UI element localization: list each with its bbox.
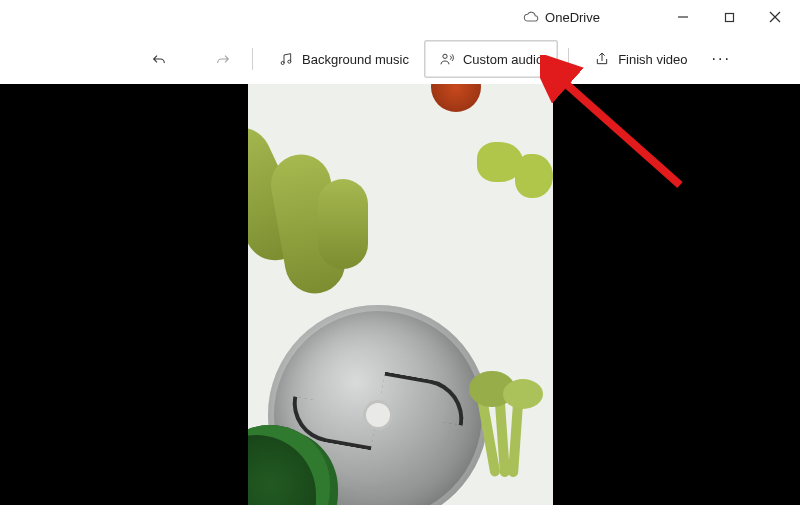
undo-button[interactable] bbox=[140, 40, 178, 78]
onedrive-indicator[interactable]: OneDrive bbox=[523, 9, 600, 25]
maximize-icon bbox=[724, 12, 735, 23]
close-icon bbox=[769, 11, 781, 23]
onedrive-label: OneDrive bbox=[545, 10, 600, 25]
cloud-icon bbox=[523, 9, 539, 25]
ellipsis-icon: ··· bbox=[712, 50, 731, 68]
window-controls bbox=[660, 0, 798, 34]
redo-button[interactable] bbox=[204, 40, 242, 78]
separator bbox=[568, 48, 569, 70]
background-music-label: Background music bbox=[302, 52, 409, 67]
svg-point-4 bbox=[281, 61, 284, 64]
background-music-button[interactable]: Background music bbox=[263, 40, 424, 78]
custom-audio-button[interactable]: Custom audio bbox=[424, 40, 558, 78]
svg-rect-1 bbox=[725, 13, 733, 21]
svg-point-5 bbox=[288, 60, 291, 63]
maximize-button[interactable] bbox=[706, 0, 752, 34]
finish-video-button[interactable]: Finish video bbox=[579, 40, 702, 78]
close-button[interactable] bbox=[752, 0, 798, 34]
music-icon bbox=[278, 51, 294, 67]
person-audio-icon bbox=[439, 51, 455, 67]
video-stage bbox=[0, 84, 800, 505]
more-button[interactable]: ··· bbox=[703, 40, 740, 78]
svg-point-6 bbox=[443, 54, 447, 58]
custom-audio-label: Custom audio bbox=[463, 52, 543, 67]
share-icon bbox=[594, 51, 610, 67]
title-bar: OneDrive bbox=[0, 0, 800, 34]
finish-video-label: Finish video bbox=[618, 52, 687, 67]
toolbar: Background music Custom audio Finish vid… bbox=[0, 34, 800, 84]
minimize-icon bbox=[677, 11, 689, 23]
redo-icon bbox=[215, 51, 231, 67]
minimize-button[interactable] bbox=[660, 0, 706, 34]
undo-icon bbox=[151, 51, 167, 67]
separator bbox=[252, 48, 253, 70]
video-preview[interactable] bbox=[248, 84, 553, 505]
